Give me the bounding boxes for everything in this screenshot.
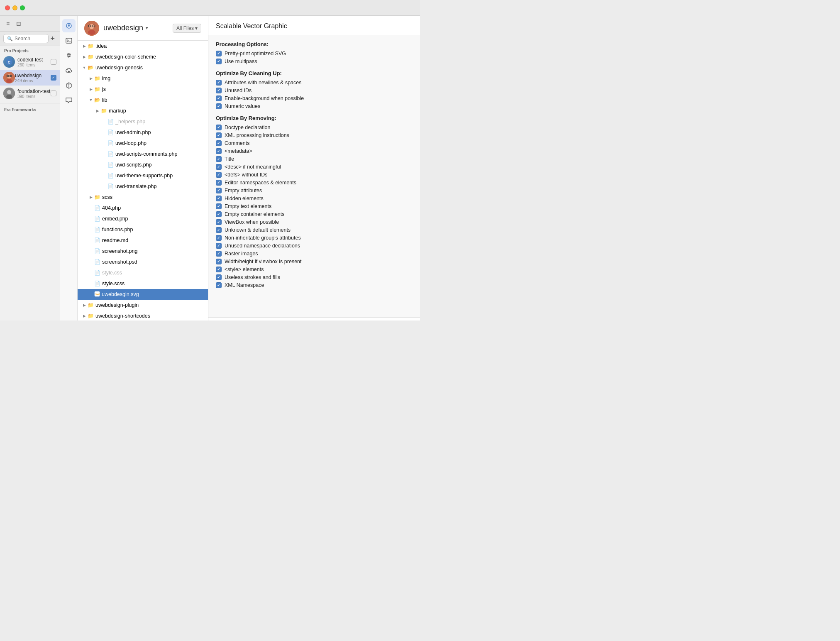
checkbox-raster-images[interactable] bbox=[216, 251, 222, 257]
tree-item-img[interactable]: ▶ 📁 img bbox=[78, 73, 208, 84]
tree-item-404[interactable]: ▶ 📄 404.php bbox=[78, 203, 208, 213]
package-tool[interactable] bbox=[62, 79, 76, 92]
folder-icon-lib: 📂 bbox=[94, 97, 100, 103]
list-view-button[interactable]: ⊟ bbox=[14, 19, 23, 28]
cloud-tool[interactable] bbox=[62, 64, 76, 77]
tree-item-idea[interactable]: ▶ 📁 .idea bbox=[78, 41, 208, 51]
tree-item-plugin[interactable]: ▶ 📁 uwebdesign-plugin bbox=[78, 300, 208, 311]
checkbox-attributes-newlines[interactable] bbox=[216, 80, 222, 86]
checkbox-metadata[interactable] bbox=[216, 148, 222, 154]
checkbox-empty-text[interactable] bbox=[216, 203, 222, 209]
checkbox-desc[interactable] bbox=[216, 164, 222, 170]
checkbox-empty-attributes[interactable] bbox=[216, 188, 222, 193]
checkbox-non-inheritable[interactable] bbox=[216, 235, 222, 241]
tree-item-js[interactable]: ▶ 📁 js bbox=[78, 84, 208, 95]
checkbox-useless-strokes[interactable] bbox=[216, 274, 222, 280]
tree-item-readme[interactable]: ▶ 📄 readme.md bbox=[78, 235, 208, 246]
label-comments: Comments bbox=[225, 140, 249, 146]
project-dropdown-arrow[interactable]: ▾ bbox=[146, 25, 148, 31]
file-name-markup: markup bbox=[109, 108, 126, 114]
file-icon-helpers: 📄 bbox=[107, 119, 114, 125]
tree-item-lib[interactable]: ▼ 📂 lib bbox=[78, 95, 208, 105]
checkbox-unused-ids[interactable] bbox=[216, 88, 222, 93]
tree-item-shortcodes[interactable]: ▶ 📁 uwebdesign-shortcodes bbox=[78, 311, 208, 320]
file-name-plugin: uwebdesign-plugin bbox=[95, 302, 139, 308]
search-input[interactable] bbox=[15, 36, 45, 42]
tree-item-screenshot-png[interactable]: ▶ 📄 screenshot.png bbox=[78, 246, 208, 257]
checkbox-viewbox[interactable] bbox=[216, 219, 222, 225]
tree-item-scripts-comments[interactable]: ▶ 📄 uwd-scripts-comments.php bbox=[78, 149, 208, 159]
checkbox-hidden-elements[interactable] bbox=[216, 196, 222, 201]
project-info-codekit: codekit-test 260 items bbox=[17, 57, 51, 67]
checkbox-unknown-default[interactable] bbox=[216, 227, 222, 233]
checkbox-defs[interactable] bbox=[216, 172, 222, 178]
project-name-codekit: codekit-test bbox=[17, 57, 51, 63]
option-non-inheritable: Non-inheritable group's attributes bbox=[216, 235, 413, 241]
checkbox-title[interactable] bbox=[216, 156, 222, 162]
tree-item-admin[interactable]: ▶ 📄 uwd-admin.php bbox=[78, 127, 208, 138]
option-empty-attributes: Empty attributes bbox=[216, 188, 413, 193]
checkbox-comments[interactable] bbox=[216, 140, 222, 146]
checkbox-numeric-values[interactable] bbox=[216, 103, 222, 109]
tree-arrow-js: ▶ bbox=[88, 87, 94, 91]
checkbox-doctype[interactable] bbox=[216, 125, 222, 130]
tree-item-scss[interactable]: ▶ 📁 scss bbox=[78, 192, 208, 203]
file-name-style-scss: style.scss bbox=[102, 281, 125, 286]
tree-item-style-css[interactable]: ▶ 📄 style.css bbox=[78, 267, 208, 278]
checkbox-empty-container[interactable] bbox=[216, 211, 222, 217]
folder-icon-markup: 📁 bbox=[101, 108, 107, 114]
tree-item-helpers[interactable]: ▶ 📄 _helpers.php bbox=[78, 116, 208, 127]
sidebar-item-uwebdesign[interactable]: uwebdesign 249 items bbox=[0, 70, 60, 86]
tree-item-uwebdesgin-svg[interactable]: ▶ SVG uwebdesgin.svg bbox=[78, 289, 208, 300]
checkbox-editor-namespaces[interactable] bbox=[216, 180, 222, 186]
option-doctype: Doctype declaration bbox=[216, 125, 413, 130]
tree-item-color-scheme[interactable]: ▶ 📁 uwebdesign-color-scheme bbox=[78, 51, 208, 62]
checkbox-style-elements[interactable] bbox=[216, 267, 222, 272]
settings-tool[interactable] bbox=[62, 49, 76, 62]
tree-item-scripts[interactable]: ▶ 📄 uwd-scripts.php bbox=[78, 159, 208, 170]
label-hidden-elements: Hidden elements bbox=[225, 196, 264, 201]
tree-item-genesis[interactable]: ▼ 📂 uwebdesign-genesis bbox=[78, 62, 208, 73]
label-defs: <defs> without IDs bbox=[225, 172, 268, 178]
tree-arrow-genesis: ▼ bbox=[81, 66, 88, 70]
minimize-button[interactable] bbox=[12, 5, 17, 10]
tree-item-screenshot-psd[interactable]: ▶ 📄 screenshot.psd bbox=[78, 257, 208, 267]
maximize-button[interactable] bbox=[20, 5, 25, 10]
tree-item-translate[interactable]: ▶ 📄 uwd-translate.php bbox=[78, 181, 208, 192]
file-icon-404: 📄 bbox=[94, 205, 100, 211]
tree-item-theme-supports[interactable]: ▶ 📄 uwd-theme-supports.php bbox=[78, 170, 208, 181]
project-checkbox-uwebdesign[interactable] bbox=[51, 75, 56, 81]
sidebar-toggle-button[interactable]: ≡ bbox=[3, 19, 12, 28]
app-window: ≡ ⊟ 🔍 + Pro Projects C bbox=[0, 0, 420, 320]
tree-item-functions[interactable]: ▶ 📄 functions.php bbox=[78, 224, 208, 235]
label-enable-background: Enable-background when possible bbox=[225, 95, 304, 101]
project-checkbox-codekit[interactable] bbox=[51, 59, 56, 65]
option-metadata: <metadata> bbox=[216, 148, 413, 154]
svg-point-12 bbox=[6, 95, 12, 99]
tree-arrow-shortcodes: ▶ bbox=[81, 314, 88, 318]
label-width-height: Width/height if viewbox is present bbox=[225, 259, 302, 264]
tree-item-embed[interactable]: ▶ 📄 embed.php bbox=[78, 213, 208, 224]
close-button[interactable] bbox=[5, 5, 10, 10]
file-icon-screenshot-png: 📄 bbox=[94, 248, 100, 254]
checkbox-pretty-print[interactable] bbox=[216, 51, 222, 56]
checkbox-multipass[interactable] bbox=[216, 59, 222, 64]
checkbox-width-height[interactable] bbox=[216, 259, 222, 264]
tree-item-markup[interactable]: ▶ 📁 markup bbox=[78, 105, 208, 116]
tree-item-loop[interactable]: ▶ 📄 uwd-loop.php bbox=[78, 138, 208, 149]
label-desc: <desc> if not meaningful bbox=[225, 164, 281, 170]
terminal-tool[interactable] bbox=[62, 34, 76, 47]
sidebar-item-foundation-test[interactable]: foundation-test 390 items bbox=[0, 86, 60, 101]
checkbox-enable-background[interactable] bbox=[216, 95, 222, 101]
sync-tool[interactable] bbox=[62, 19, 76, 32]
sidebar-item-codekit-test[interactable]: C codekit-test 260 items bbox=[0, 54, 60, 70]
file-filter-dropdown[interactable]: All Files ▾ bbox=[173, 24, 201, 33]
checkbox-xml-namespace[interactable] bbox=[216, 282, 222, 288]
option-empty-container: Empty container elements bbox=[216, 211, 413, 217]
project-checkbox-foundation[interactable] bbox=[51, 91, 56, 96]
checkbox-xml-processing[interactable] bbox=[216, 132, 222, 138]
checkbox-unused-namespace[interactable] bbox=[216, 243, 222, 249]
comments-tool[interactable] bbox=[62, 94, 76, 107]
tree-item-style-scss[interactable]: ▶ 📄 style.scss bbox=[78, 278, 208, 289]
add-project-button[interactable]: + bbox=[49, 35, 56, 42]
